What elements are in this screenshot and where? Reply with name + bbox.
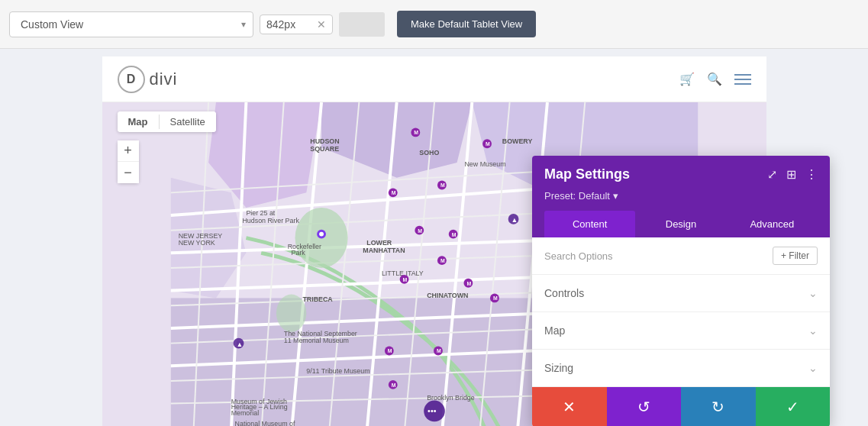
zoom-in-btn[interactable]: + (118, 140, 139, 162)
view-select[interactable]: Custom View (9, 11, 253, 37)
accordion-controls-title: Controls (544, 287, 584, 299)
header-icons: 🛒 🔍 (679, 72, 751, 86)
svg-text:Brooklyn Bridge: Brooklyn Bridge (427, 394, 475, 402)
svg-text:New Museum: New Museum (464, 160, 505, 168)
svg-text:SOHO: SOHO (419, 149, 439, 157)
svg-text:Hudson River Park: Hudson River Park (242, 217, 299, 224)
search-filter-row: Search Options + Filter (532, 237, 830, 275)
action-bar: ✕ ↺ ↻ ✓ (532, 387, 830, 426)
svg-text:M: M (466, 281, 471, 286)
redo-btn[interactable]: ↻ (681, 387, 756, 426)
svg-text:9/11 Tribute Museum: 9/11 Tribute Museum (306, 367, 369, 375)
svg-text:Memorial: Memorial (231, 409, 258, 417)
width-extra-input (339, 12, 385, 37)
svg-text:11 Memorial Museum: 11 Memorial Museum (283, 337, 348, 344)
svg-text:M: M (486, 141, 490, 147)
preset-label[interactable]: Preset: Default (544, 190, 610, 202)
accordion-map-title: Map (544, 324, 565, 337)
svg-text:M: M (391, 382, 395, 388)
accordion-map: Map ⌄ (532, 312, 830, 350)
svg-text:M: M (440, 182, 444, 188)
svg-point-40 (319, 232, 324, 237)
svg-text:M: M (391, 190, 395, 195)
svg-text:M: M (414, 130, 418, 135)
make-default-btn[interactable]: Make Default Tablet View (397, 11, 536, 37)
svg-text:•••: ••• (428, 406, 437, 415)
map-toggle-map-btn[interactable]: Map (118, 111, 159, 132)
top-toolbar: Custom View ▾ ✕ Make Default Tablet View (0, 0, 868, 49)
svg-text:▲: ▲ (236, 340, 243, 348)
main-area: D divi 🛒 🔍 (0, 49, 868, 426)
svg-text:SQUARE: SQUARE (310, 145, 339, 153)
preset-row: Preset: Default ▾ (544, 190, 818, 202)
svg-text:NEW YORK: NEW YORK (178, 239, 215, 247)
tab-content[interactable]: Content (544, 211, 635, 237)
settings-title-row: Map Settings ⤢ ⊞ ⋮ (544, 166, 818, 182)
cancel-btn[interactable]: ✕ (532, 387, 607, 426)
svg-text:NEW JERSEY: NEW JERSEY (178, 232, 222, 240)
svg-text:TRIBECA: TRIBECA (302, 295, 333, 303)
settings-header-icons: ⤢ ⊞ ⋮ (767, 167, 818, 182)
svg-text:CHINATOWN: CHINATOWN (427, 292, 468, 299)
svg-text:Park: Park (291, 249, 305, 257)
width-input[interactable] (266, 18, 312, 31)
svg-text:M: M (402, 277, 407, 282)
tab-design[interactable]: Design (635, 211, 726, 237)
svg-text:M: M (451, 232, 456, 237)
svg-text:M: M (387, 348, 392, 353)
settings-body: Search Options + Filter Controls ⌄ Map ⌄… (532, 237, 830, 387)
map-toggle: Map Satellite (118, 111, 216, 132)
accordion-map-chevron-icon: ⌄ (808, 324, 818, 337)
accordion-sizing-header[interactable]: Sizing ⌄ (544, 350, 818, 386)
expand-icon[interactable]: ⤢ (767, 167, 777, 182)
zoom-controls: + − (118, 140, 139, 183)
filter-btn[interactable]: + Filter (773, 247, 818, 265)
accordion-map-header[interactable]: Map ⌄ (544, 312, 818, 349)
settings-tabs: Content Design Advanced (544, 211, 818, 237)
svg-text:M: M (492, 295, 497, 301)
search-icon[interactable]: 🔍 (707, 72, 722, 86)
menu-icon[interactable] (734, 74, 751, 85)
svg-text:M: M (436, 348, 440, 353)
accordion-controls-header[interactable]: Controls ⌄ (544, 275, 818, 311)
columns-icon[interactable]: ⊞ (786, 167, 796, 182)
svg-text:Pier 25 at: Pier 25 at (246, 209, 275, 217)
settings-title: Map Settings (544, 166, 630, 182)
accordion-controls-chevron-icon: ⌄ (808, 287, 818, 299)
accordion-sizing-chevron-icon: ⌄ (808, 362, 818, 374)
page-header: D divi 🛒 🔍 (102, 56, 766, 102)
dots-vertical-icon[interactable]: ⋮ (805, 167, 818, 182)
preset-chevron-icon: ▾ (613, 190, 618, 202)
view-select-wrapper: Custom View ▾ (9, 11, 253, 37)
logo-area: D divi (118, 66, 178, 93)
accordion-controls: Controls ⌄ (532, 275, 830, 312)
zoom-out-btn[interactable]: − (118, 162, 139, 183)
accordion-sizing: Sizing ⌄ (532, 350, 830, 387)
undo-btn[interactable]: ↺ (607, 387, 682, 426)
svg-text:National Museum of: National Museum of (234, 420, 295, 426)
settings-panel: Map Settings ⤢ ⊞ ⋮ Preset: Default ▾ Con… (532, 156, 830, 426)
svg-text:HUDSON: HUDSON (310, 137, 339, 145)
svg-text:BOWERY: BOWERY (502, 137, 532, 145)
width-input-wrapper: ✕ (260, 15, 333, 34)
svg-text:▲: ▲ (511, 216, 518, 224)
tab-advanced[interactable]: Advanced (727, 211, 818, 237)
svg-text:LOWER: LOWER (366, 239, 392, 247)
settings-header: Map Settings ⤢ ⊞ ⋮ Preset: Default ▾ Con… (532, 156, 830, 237)
accordion-sizing-title: Sizing (544, 362, 573, 374)
logo-text: divi (150, 69, 178, 89)
svg-text:M: M (418, 228, 422, 234)
close-icon[interactable]: ✕ (317, 18, 326, 31)
logo-circle: D (118, 66, 145, 93)
logo-letter: D (127, 73, 136, 86)
svg-text:MANHATTAN: MANHATTAN (363, 247, 405, 254)
cart-icon[interactable]: 🛒 (679, 72, 695, 86)
svg-text:M: M (440, 258, 444, 263)
save-btn[interactable]: ✓ (756, 387, 831, 426)
search-options-label: Search Options (544, 250, 613, 262)
map-toggle-satellite-btn[interactable]: Satellite (160, 111, 216, 132)
